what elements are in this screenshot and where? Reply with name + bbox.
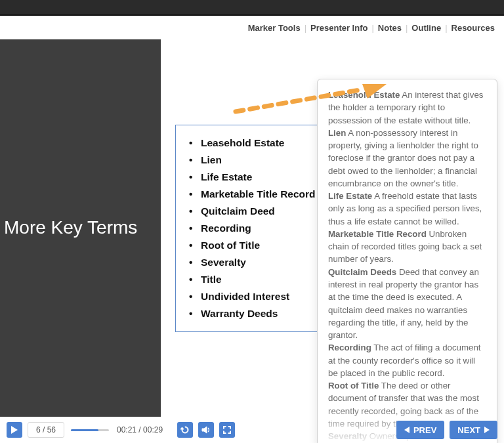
tab-separator: | xyxy=(406,23,408,33)
notes-popover[interactable]: Leasehold Estate An interest that gives … xyxy=(317,79,497,443)
tab-bar: Marker Tools | Presenter Info | Notes | … xyxy=(0,16,504,39)
tab-separator: | xyxy=(371,23,373,33)
slide-title: More Key Terms xyxy=(0,218,141,238)
svg-marker-3 xyxy=(202,427,207,433)
chevron-left-icon xyxy=(404,427,410,433)
time-display: 00:21 / 00:29 xyxy=(117,425,163,434)
player-controls: 6 / 56 00:21 / 00:29 PREV NEXT xyxy=(0,417,504,443)
tab-separator: | xyxy=(304,23,306,33)
fullscreen-button[interactable] xyxy=(219,422,235,438)
volume-icon xyxy=(201,425,211,434)
list-item: Leasehold Estate xyxy=(189,135,322,152)
chevron-right-icon xyxy=(484,427,490,433)
tab-marker-tools[interactable]: Marker Tools xyxy=(248,23,301,33)
tab-notes[interactable]: Notes xyxy=(378,23,402,33)
svg-marker-5 xyxy=(484,427,490,433)
svg-marker-4 xyxy=(404,427,410,433)
list-item: Undivided Interest xyxy=(189,288,322,305)
notes-content: Leasehold Estate An interest that gives … xyxy=(328,89,486,442)
list-item: Quitclaim Deed xyxy=(189,203,322,220)
fullscreen-icon xyxy=(223,426,231,434)
progress-bar[interactable] xyxy=(71,429,109,431)
next-label: NEXT xyxy=(457,425,480,435)
list-item: Title xyxy=(189,271,322,288)
tab-outline[interactable]: Outline xyxy=(411,23,441,33)
play-button[interactable] xyxy=(7,422,22,438)
slide-title-panel: More Key Terms xyxy=(0,39,161,417)
next-button[interactable]: NEXT xyxy=(450,421,497,439)
list-item: Root of Title xyxy=(189,237,322,254)
progress-fill xyxy=(71,429,98,431)
play-icon xyxy=(11,426,18,434)
key-terms-list: Leasehold Estate Lien Life Estate Market… xyxy=(189,135,322,322)
replay-button[interactable] xyxy=(177,422,193,438)
list-item: Marketable Title Record xyxy=(189,186,322,203)
svg-marker-2 xyxy=(11,426,18,434)
prev-label: PREV xyxy=(413,425,436,435)
replay-icon xyxy=(180,425,190,434)
list-item: Lien xyxy=(189,152,322,169)
tab-resources[interactable]: Resources xyxy=(452,23,495,33)
list-item: Recording xyxy=(189,220,322,237)
tab-separator: | xyxy=(445,23,447,33)
list-item: Warranty Deeds xyxy=(189,305,322,322)
list-item: Severalty xyxy=(189,254,322,271)
prev-button[interactable]: PREV xyxy=(396,421,444,439)
app-topbar xyxy=(0,0,504,16)
key-terms-box: Leasehold Estate Lien Life Estate Market… xyxy=(175,125,329,332)
list-item: Life Estate xyxy=(189,169,322,186)
volume-button[interactable] xyxy=(198,422,214,438)
slide-counter: 6 / 56 xyxy=(28,422,64,438)
tab-presenter-info[interactable]: Presenter Info xyxy=(310,23,368,33)
